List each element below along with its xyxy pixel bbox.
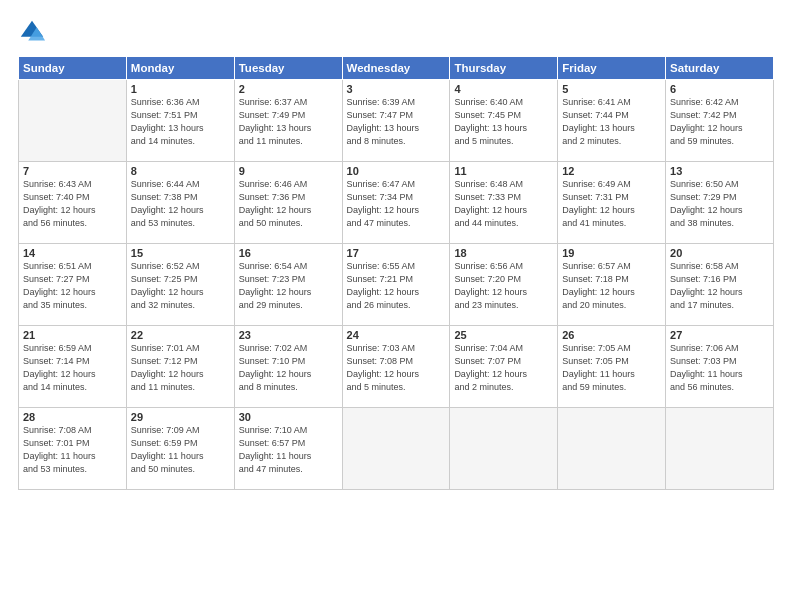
calendar-day-cell: 15Sunrise: 6:52 AM Sunset: 7:25 PM Dayli… — [126, 244, 234, 326]
calendar-day-cell: 8Sunrise: 6:44 AM Sunset: 7:38 PM Daylig… — [126, 162, 234, 244]
weekday-header: Friday — [558, 57, 666, 80]
calendar-day-cell: 10Sunrise: 6:47 AM Sunset: 7:34 PM Dayli… — [342, 162, 450, 244]
day-number: 22 — [131, 329, 230, 341]
logo-icon — [18, 18, 46, 46]
calendar-day-cell: 24Sunrise: 7:03 AM Sunset: 7:08 PM Dayli… — [342, 326, 450, 408]
day-info: Sunrise: 6:57 AM Sunset: 7:18 PM Dayligh… — [562, 260, 661, 312]
calendar-day-cell: 1Sunrise: 6:36 AM Sunset: 7:51 PM Daylig… — [126, 80, 234, 162]
day-info: Sunrise: 7:10 AM Sunset: 6:57 PM Dayligh… — [239, 424, 338, 476]
calendar-day-cell: 5Sunrise: 6:41 AM Sunset: 7:44 PM Daylig… — [558, 80, 666, 162]
calendar-day-cell: 7Sunrise: 6:43 AM Sunset: 7:40 PM Daylig… — [19, 162, 127, 244]
day-number: 23 — [239, 329, 338, 341]
day-number: 19 — [562, 247, 661, 259]
day-number: 11 — [454, 165, 553, 177]
day-number: 21 — [23, 329, 122, 341]
day-number: 24 — [347, 329, 446, 341]
calendar-day-cell: 29Sunrise: 7:09 AM Sunset: 6:59 PM Dayli… — [126, 408, 234, 490]
calendar-day-cell: 3Sunrise: 6:39 AM Sunset: 7:47 PM Daylig… — [342, 80, 450, 162]
day-info: Sunrise: 6:55 AM Sunset: 7:21 PM Dayligh… — [347, 260, 446, 312]
day-number: 6 — [670, 83, 769, 95]
day-number: 4 — [454, 83, 553, 95]
calendar-table: SundayMondayTuesdayWednesdayThursdayFrid… — [18, 56, 774, 490]
day-info: Sunrise: 6:39 AM Sunset: 7:47 PM Dayligh… — [347, 96, 446, 148]
calendar-day-cell: 6Sunrise: 6:42 AM Sunset: 7:42 PM Daylig… — [666, 80, 774, 162]
calendar-week-row: 7Sunrise: 6:43 AM Sunset: 7:40 PM Daylig… — [19, 162, 774, 244]
day-number: 26 — [562, 329, 661, 341]
calendar-day-cell — [450, 408, 558, 490]
day-info: Sunrise: 6:50 AM Sunset: 7:29 PM Dayligh… — [670, 178, 769, 230]
day-info: Sunrise: 7:03 AM Sunset: 7:08 PM Dayligh… — [347, 342, 446, 394]
weekday-header: Thursday — [450, 57, 558, 80]
calendar-day-cell: 23Sunrise: 7:02 AM Sunset: 7:10 PM Dayli… — [234, 326, 342, 408]
calendar-week-row: 1Sunrise: 6:36 AM Sunset: 7:51 PM Daylig… — [19, 80, 774, 162]
calendar-day-cell: 12Sunrise: 6:49 AM Sunset: 7:31 PM Dayli… — [558, 162, 666, 244]
day-info: Sunrise: 6:46 AM Sunset: 7:36 PM Dayligh… — [239, 178, 338, 230]
calendar-day-cell: 14Sunrise: 6:51 AM Sunset: 7:27 PM Dayli… — [19, 244, 127, 326]
calendar-week-row: 21Sunrise: 6:59 AM Sunset: 7:14 PM Dayli… — [19, 326, 774, 408]
weekday-header: Tuesday — [234, 57, 342, 80]
day-info: Sunrise: 6:51 AM Sunset: 7:27 PM Dayligh… — [23, 260, 122, 312]
day-info: Sunrise: 6:43 AM Sunset: 7:40 PM Dayligh… — [23, 178, 122, 230]
day-info: Sunrise: 6:52 AM Sunset: 7:25 PM Dayligh… — [131, 260, 230, 312]
day-number: 16 — [239, 247, 338, 259]
day-number: 12 — [562, 165, 661, 177]
day-number: 15 — [131, 247, 230, 259]
calendar-day-cell — [558, 408, 666, 490]
calendar-day-cell: 21Sunrise: 6:59 AM Sunset: 7:14 PM Dayli… — [19, 326, 127, 408]
calendar-day-cell: 2Sunrise: 6:37 AM Sunset: 7:49 PM Daylig… — [234, 80, 342, 162]
day-number: 28 — [23, 411, 122, 423]
day-info: Sunrise: 6:54 AM Sunset: 7:23 PM Dayligh… — [239, 260, 338, 312]
day-info: Sunrise: 6:58 AM Sunset: 7:16 PM Dayligh… — [670, 260, 769, 312]
calendar-day-cell: 19Sunrise: 6:57 AM Sunset: 7:18 PM Dayli… — [558, 244, 666, 326]
calendar-day-cell: 30Sunrise: 7:10 AM Sunset: 6:57 PM Dayli… — [234, 408, 342, 490]
day-number: 29 — [131, 411, 230, 423]
calendar-day-cell: 9Sunrise: 6:46 AM Sunset: 7:36 PM Daylig… — [234, 162, 342, 244]
calendar-day-cell — [342, 408, 450, 490]
calendar-day-cell: 17Sunrise: 6:55 AM Sunset: 7:21 PM Dayli… — [342, 244, 450, 326]
calendar-day-cell: 27Sunrise: 7:06 AM Sunset: 7:03 PM Dayli… — [666, 326, 774, 408]
calendar-day-cell: 26Sunrise: 7:05 AM Sunset: 7:05 PM Dayli… — [558, 326, 666, 408]
day-number: 20 — [670, 247, 769, 259]
day-info: Sunrise: 6:36 AM Sunset: 7:51 PM Dayligh… — [131, 96, 230, 148]
day-info: Sunrise: 6:49 AM Sunset: 7:31 PM Dayligh… — [562, 178, 661, 230]
calendar-day-cell: 4Sunrise: 6:40 AM Sunset: 7:45 PM Daylig… — [450, 80, 558, 162]
day-info: Sunrise: 6:47 AM Sunset: 7:34 PM Dayligh… — [347, 178, 446, 230]
day-info: Sunrise: 7:08 AM Sunset: 7:01 PM Dayligh… — [23, 424, 122, 476]
day-number: 9 — [239, 165, 338, 177]
day-number: 30 — [239, 411, 338, 423]
calendar-day-cell: 13Sunrise: 6:50 AM Sunset: 7:29 PM Dayli… — [666, 162, 774, 244]
day-number: 13 — [670, 165, 769, 177]
day-info: Sunrise: 6:41 AM Sunset: 7:44 PM Dayligh… — [562, 96, 661, 148]
day-number: 14 — [23, 247, 122, 259]
day-info: Sunrise: 7:01 AM Sunset: 7:12 PM Dayligh… — [131, 342, 230, 394]
day-number: 25 — [454, 329, 553, 341]
weekday-header-row: SundayMondayTuesdayWednesdayThursdayFrid… — [19, 57, 774, 80]
day-number: 8 — [131, 165, 230, 177]
day-number: 1 — [131, 83, 230, 95]
day-info: Sunrise: 6:56 AM Sunset: 7:20 PM Dayligh… — [454, 260, 553, 312]
day-info: Sunrise: 7:04 AM Sunset: 7:07 PM Dayligh… — [454, 342, 553, 394]
weekday-header: Wednesday — [342, 57, 450, 80]
logo — [18, 18, 50, 46]
weekday-header: Monday — [126, 57, 234, 80]
day-number: 10 — [347, 165, 446, 177]
day-info: Sunrise: 7:06 AM Sunset: 7:03 PM Dayligh… — [670, 342, 769, 394]
day-info: Sunrise: 6:42 AM Sunset: 7:42 PM Dayligh… — [670, 96, 769, 148]
day-number: 17 — [347, 247, 446, 259]
calendar-day-cell: 28Sunrise: 7:08 AM Sunset: 7:01 PM Dayli… — [19, 408, 127, 490]
calendar-day-cell — [666, 408, 774, 490]
calendar-week-row: 14Sunrise: 6:51 AM Sunset: 7:27 PM Dayli… — [19, 244, 774, 326]
day-number: 27 — [670, 329, 769, 341]
day-number: 5 — [562, 83, 661, 95]
calendar-day-cell: 20Sunrise: 6:58 AM Sunset: 7:16 PM Dayli… — [666, 244, 774, 326]
day-info: Sunrise: 6:44 AM Sunset: 7:38 PM Dayligh… — [131, 178, 230, 230]
day-info: Sunrise: 7:02 AM Sunset: 7:10 PM Dayligh… — [239, 342, 338, 394]
page-header — [18, 18, 774, 46]
day-info: Sunrise: 6:37 AM Sunset: 7:49 PM Dayligh… — [239, 96, 338, 148]
day-info: Sunrise: 7:05 AM Sunset: 7:05 PM Dayligh… — [562, 342, 661, 394]
calendar-day-cell: 18Sunrise: 6:56 AM Sunset: 7:20 PM Dayli… — [450, 244, 558, 326]
day-number: 2 — [239, 83, 338, 95]
day-info: Sunrise: 7:09 AM Sunset: 6:59 PM Dayligh… — [131, 424, 230, 476]
day-number: 7 — [23, 165, 122, 177]
day-info: Sunrise: 6:48 AM Sunset: 7:33 PM Dayligh… — [454, 178, 553, 230]
